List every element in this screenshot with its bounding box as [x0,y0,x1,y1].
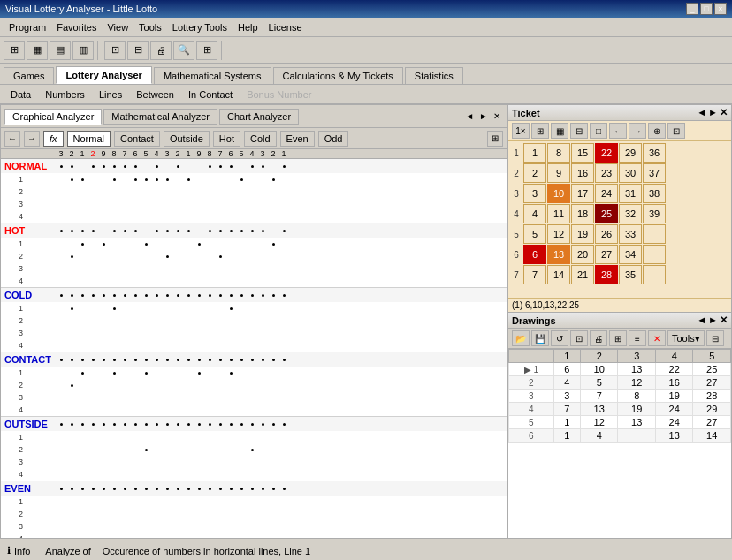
drawings-scroll-left[interactable]: ◄ [697,314,706,326]
subtab-lines[interactable]: Lines [92,87,129,102]
ticket-cell-6-3[interactable]: 20 [571,245,594,264]
tab-mathematical-systems[interactable]: Mathematical Systems [154,67,271,84]
ticket-close-icon[interactable]: ✕ [720,107,728,118]
ticket-cell-7-1[interactable]: 7 [523,265,546,284]
panel-close[interactable]: ✕ [491,111,503,121]
tab-chart-analyzer[interactable]: Chart Analyzer [219,109,299,125]
ticket-cell-3-5[interactable]: 31 [619,184,642,203]
ticket-cell-2-5[interactable]: 30 [619,163,642,183]
ticket-cell-3-6[interactable]: 38 [643,184,666,203]
ticket-tb-fwd[interactable]: → [629,123,646,139]
tab-mathematical-analyzer[interactable]: Mathematical Analyzer [103,109,217,125]
ticket-tb-grid3[interactable]: ⊡ [667,123,685,139]
toolbar-btn-6[interactable]: ⊟ [127,41,149,60]
ticket-cell-5-5[interactable]: 33 [619,224,642,244]
maximize-button[interactable]: □ [700,3,713,15]
toolbar-btn-9[interactable]: ⊞ [196,41,217,60]
grid-icon-button[interactable]: ⊞ [487,131,503,147]
ticket-cell-1-6[interactable]: 36 [643,143,666,163]
minimize-button[interactable]: _ [686,3,698,15]
ticket-cell-2-4[interactable]: 23 [595,163,618,183]
filter-contact-button[interactable]: Contact [114,131,160,147]
drawings-tb-open[interactable]: 📂 [512,330,530,346]
drawings-scroll-right[interactable]: ► [708,314,718,326]
menu-license[interactable]: License [263,20,308,34]
toolbar-btn-1[interactable]: ⊞ [4,41,25,60]
ticket-tb-grid2[interactable]: ▦ [551,123,568,139]
ticket-cell-3-4[interactable]: 24 [595,184,618,203]
filter-even-button[interactable]: Even [280,131,315,147]
filter-odd-button[interactable]: Odd [318,131,349,147]
ticket-tb-grid[interactable]: ⊞ [531,123,549,139]
ticket-scroll-left[interactable]: ◄ [697,107,706,118]
ticket-cell-5-4[interactable]: 26 [595,224,618,244]
filter-hot-button[interactable]: Hot [213,131,240,147]
ticket-cell-6-6[interactable] [643,245,666,264]
tab-statistics[interactable]: Statistics [405,67,463,84]
menu-lottery-tools[interactable]: Lottery Tools [167,20,233,34]
ticket-tb-box[interactable]: □ [590,123,607,139]
ticket-cell-4-4[interactable]: 25 [595,204,618,223]
ticket-cell-5-2[interactable]: 12 [547,224,570,244]
close-button[interactable]: × [714,3,727,15]
filter-outside-button[interactable]: Outside [164,131,210,147]
ticket-cell-2-3[interactable]: 16 [571,163,594,183]
tab-lottery-analyser[interactable]: Lottery Analyser [56,66,151,84]
ticket-cell-3-3[interactable]: 17 [571,184,594,203]
ticket-tb-plus[interactable]: ⊕ [648,123,666,139]
ticket-tb-minus[interactable]: ⊟ [570,123,588,139]
drawings-tb-grid[interactable]: ⊞ [609,330,627,346]
menu-program[interactable]: Program [4,20,51,34]
ticket-cell-4-2[interactable]: 11 [547,204,570,223]
ticket-cell-7-2[interactable]: 14 [547,265,570,284]
filter-normal-button[interactable]: Normal [67,131,111,147]
panel-scroll-right[interactable]: ► [477,111,491,121]
back-arrow-button[interactable]: ← [4,131,20,147]
menu-favorites[interactable]: Favorites [51,20,102,34]
toolbar-btn-5[interactable]: ⊡ [104,41,126,60]
toolbar-btn-7[interactable]: 🖨 [150,41,172,60]
toolbar-btn-8[interactable]: 🔍 [173,41,194,60]
toolbar-btn-3[interactable]: ▤ [50,41,71,60]
ticket-cell-4-3[interactable]: 18 [571,204,594,223]
ticket-cell-7-4[interactable]: 28 [595,265,618,284]
filter-fx-button[interactable]: fx [43,131,64,147]
title-bar-buttons[interactable]: _ □ × [686,3,727,15]
drawings-tb-delete[interactable]: ✕ [648,330,666,346]
ticket-cell-7-5[interactable]: 35 [619,265,642,284]
ticket-cell-2-6[interactable]: 37 [643,163,666,183]
subtab-in-contact[interactable]: In Contact [181,87,240,102]
ticket-cell-4-5[interactable]: 32 [619,204,642,223]
ticket-cell-6-1[interactable]: 6 [523,245,546,264]
drawings-tb-save[interactable]: 💾 [531,330,549,346]
ticket-cell-1-1[interactable]: 1 [523,143,546,163]
ticket-cell-5-3[interactable]: 19 [571,224,594,244]
drawings-tb-list[interactable]: ≡ [629,330,646,346]
tab-games[interactable]: Games [4,67,54,84]
subtab-numbers[interactable]: Numbers [38,87,92,102]
ticket-cell-6-5[interactable]: 34 [619,245,642,264]
ticket-cell-3-1[interactable]: 3 [523,184,546,203]
drawings-tb-copy[interactable]: ⊡ [570,330,588,346]
panel-scroll-left[interactable]: ◄ [462,111,477,121]
subtab-between[interactable]: Between [129,87,181,102]
drawings-tb-refresh[interactable]: ↺ [551,330,568,346]
filter-cold-button[interactable]: Cold [244,131,277,147]
menu-tools[interactable]: Tools [133,20,167,34]
ticket-cell-2-1[interactable]: 2 [523,163,546,183]
menu-view[interactable]: View [102,20,133,34]
ticket-cell-7-3[interactable]: 21 [571,265,594,284]
ticket-tb-back[interactable]: ← [609,123,627,139]
ticket-cell-5-6[interactable] [643,224,666,244]
ticket-cell-5-1[interactable]: 5 [523,224,546,244]
ticket-cell-4-6[interactable]: 39 [643,204,666,223]
ticket-cell-1-3[interactable]: 15 [571,143,594,163]
ticket-cell-2-2[interactable]: 9 [547,163,570,183]
ticket-cell-1-2[interactable]: 8 [547,143,570,163]
drawings-close-icon[interactable]: ✕ [720,314,728,326]
ticket-cell-6-2[interactable]: 13 [547,245,570,264]
subtab-data[interactable]: Data [4,87,38,102]
ticket-cell-4-1[interactable]: 4 [523,204,546,223]
ticket-scroll-right[interactable]: ► [708,107,718,118]
ticket-cell-1-5[interactable]: 29 [619,143,642,163]
